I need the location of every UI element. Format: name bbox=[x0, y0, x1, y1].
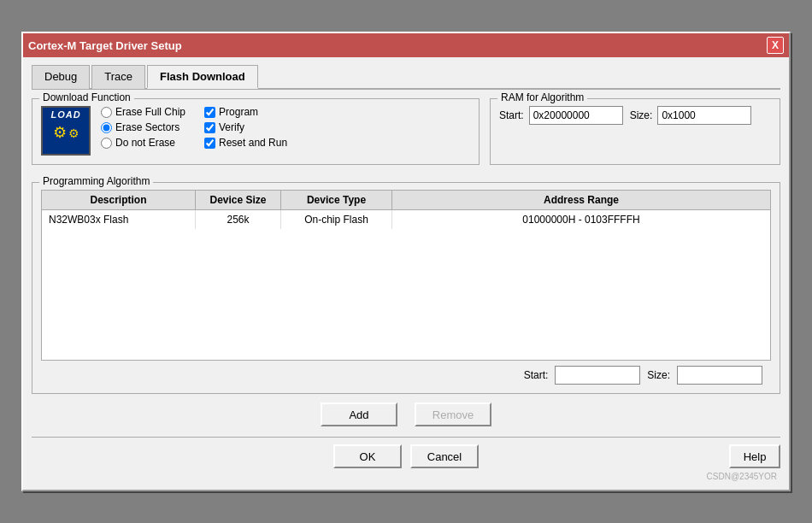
checkbox-verify-label: Verify bbox=[219, 121, 244, 133]
radio-do-not-erase[interactable]: Do not Erase bbox=[101, 137, 185, 149]
gear-area: ⚙ ⚙ bbox=[53, 123, 79, 142]
radio-erase-sectors-input[interactable] bbox=[101, 122, 112, 133]
col-address-range: Address Range bbox=[392, 191, 770, 209]
checkbox-verify[interactable]: Verify bbox=[204, 121, 287, 133]
add-button[interactable]: Add bbox=[321, 403, 397, 426]
col-device-type: Device Type bbox=[281, 191, 392, 209]
checkbox-program-label: Program bbox=[219, 106, 258, 118]
radio-do-not-erase-input[interactable] bbox=[101, 138, 112, 149]
cell-address-range: 01000000H - 0103FFFFH bbox=[392, 210, 770, 229]
ram-start-label: Start: bbox=[499, 109, 524, 121]
checkbox-program[interactable]: Program bbox=[204, 106, 287, 118]
programming-algorithm-group: Programming Algorithm Description Device… bbox=[32, 182, 780, 394]
gear-icon-2: ⚙ bbox=[68, 126, 79, 142]
download-function-content: LOAD ⚙ ⚙ Erase Full Chip bbox=[41, 106, 470, 156]
radio-do-not-erase-label: Do not Erase bbox=[115, 137, 175, 149]
checkbox-group: Program Verify Reset and Run bbox=[204, 106, 287, 149]
radio-erase-full-chip[interactable]: Erase Full Chip bbox=[101, 106, 185, 118]
checkbox-program-input[interactable] bbox=[204, 107, 215, 118]
prog-bottom-row: Start: Size: bbox=[41, 366, 771, 385]
load-icon: LOAD ⚙ ⚙ bbox=[41, 106, 91, 156]
ok-button[interactable]: OK bbox=[333, 444, 402, 468]
ram-start-field: Start: bbox=[499, 106, 623, 125]
ram-algorithm-label: RAM for Algorithm bbox=[497, 91, 587, 103]
watermark: CSDN@2345YOR bbox=[32, 472, 780, 481]
prog-size-input[interactable] bbox=[677, 366, 762, 385]
table-row[interactable]: N32WB03x Flash 256k On-chip Flash 010000… bbox=[42, 210, 770, 229]
top-row: Download Function LOAD ⚙ ⚙ E bbox=[32, 98, 780, 173]
load-text: LOAD bbox=[50, 109, 80, 120]
remove-button[interactable]: Remove bbox=[415, 403, 491, 426]
gear-icon-1: ⚙ bbox=[53, 123, 67, 142]
erase-radio-group: Erase Full Chip Erase Sectors Do not Era… bbox=[101, 106, 185, 149]
table-header: Description Device Size Device Type Addr… bbox=[42, 191, 770, 210]
radio-erase-sectors[interactable]: Erase Sectors bbox=[101, 121, 185, 133]
cell-device-size: 256k bbox=[196, 210, 281, 229]
tab-trace[interactable]: Trace bbox=[91, 65, 145, 89]
tab-debug[interactable]: Debug bbox=[32, 65, 90, 89]
window-body: Debug Trace Flash Download Download Func… bbox=[23, 57, 789, 490]
help-button[interactable]: Help bbox=[729, 444, 780, 468]
tab-flash-download[interactable]: Flash Download bbox=[147, 65, 258, 89]
ram-size-input[interactable] bbox=[657, 106, 751, 125]
prog-start-label: Start: bbox=[524, 369, 549, 381]
add-remove-row: Add Remove bbox=[32, 403, 780, 426]
ram-size-label: Size: bbox=[630, 109, 653, 121]
footer-buttons: OK Cancel bbox=[333, 444, 479, 468]
window-title: Cortex-M Target Driver Setup bbox=[28, 39, 182, 52]
prog-alg-table: Description Device Size Device Type Addr… bbox=[41, 190, 771, 361]
close-button[interactable]: X bbox=[767, 37, 784, 54]
ram-size-field: Size: bbox=[630, 106, 752, 125]
radio-erase-sectors-label: Erase Sectors bbox=[115, 121, 179, 133]
col-device-size: Device Size bbox=[196, 191, 281, 209]
title-bar: Cortex-M Target Driver Setup X bbox=[23, 33, 789, 57]
tab-bar: Debug Trace Flash Download bbox=[32, 64, 780, 90]
cell-device-type: On-chip Flash bbox=[281, 210, 392, 229]
footer-row: OK Cancel Help bbox=[32, 437, 780, 472]
cancel-button[interactable]: Cancel bbox=[410, 444, 479, 468]
checkbox-reset-and-run-input[interactable] bbox=[204, 138, 215, 149]
ram-start-input[interactable] bbox=[529, 106, 623, 125]
radio-erase-full-chip-label: Erase Full Chip bbox=[115, 106, 185, 118]
checkbox-reset-and-run[interactable]: Reset and Run bbox=[204, 137, 287, 149]
download-function-label: Download Function bbox=[39, 91, 134, 103]
checkbox-verify-input[interactable] bbox=[204, 122, 215, 133]
cell-description: N32WB03x Flash bbox=[42, 210, 196, 229]
programming-algorithm-label: Programming Algorithm bbox=[39, 175, 153, 187]
ram-algorithm-group: RAM for Algorithm Start: Size: bbox=[490, 98, 780, 165]
prog-size-label: Size: bbox=[647, 369, 670, 381]
checkbox-reset-and-run-label: Reset and Run bbox=[219, 137, 287, 149]
prog-start-input[interactable] bbox=[555, 366, 640, 385]
ram-group-content: Start: Size: bbox=[499, 106, 771, 125]
main-window: Cortex-M Target Driver Setup X Debug Tra… bbox=[21, 32, 791, 491]
col-description: Description bbox=[42, 191, 196, 209]
download-function-group: Download Function LOAD ⚙ ⚙ E bbox=[32, 98, 480, 165]
radio-erase-full-chip-input[interactable] bbox=[101, 107, 112, 118]
